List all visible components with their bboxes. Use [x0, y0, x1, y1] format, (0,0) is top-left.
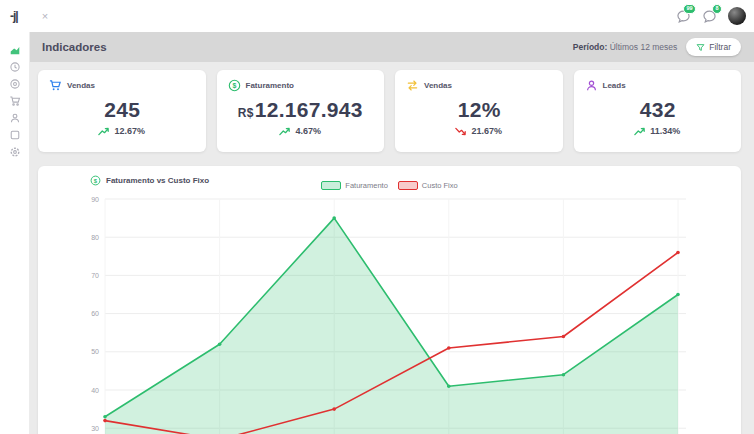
legend-label: Custo Fixo	[422, 181, 458, 190]
chart-svg: 90807060504030	[38, 166, 741, 434]
sidebar-item-box[interactable]	[7, 129, 23, 141]
topbar: -j| × 99 8	[0, 0, 754, 32]
kpi-value: R$12.167.943	[228, 98, 374, 121]
clock-icon	[9, 61, 21, 73]
funnel-icon	[696, 43, 705, 52]
topbar-actions: 99 8	[676, 7, 746, 25]
svg-text:60: 60	[91, 310, 99, 317]
period-label: Período: Últimos 12 meses	[573, 42, 677, 52]
trend-arrow-icon	[634, 127, 646, 136]
svg-text:40: 40	[91, 387, 99, 394]
cart-icon	[49, 79, 62, 92]
kpi-label: Leads	[603, 81, 626, 90]
conversion-arrows-icon	[406, 79, 419, 92]
kpi-value: 432	[585, 98, 731, 121]
kpi-value-number: 12%	[458, 98, 501, 121]
kpi-label: Vendas	[424, 81, 452, 90]
kpi-trend: 21.67%	[406, 126, 552, 136]
chat-badge: 99	[683, 4, 696, 15]
sidebar-item-cart[interactable]	[7, 95, 23, 107]
gear-icon	[9, 146, 21, 158]
app-logo[interactable]: -j|	[10, 9, 18, 23]
card-head: Leads	[585, 79, 731, 92]
kpi-value-prefix: R$	[238, 106, 254, 120]
card-head: Vendas	[406, 79, 552, 92]
trend-arrow-icon	[455, 127, 467, 136]
kpi-trend-value: 21.67%	[471, 126, 502, 136]
sidebar-item-target[interactable]	[7, 78, 23, 90]
svg-text:90: 90	[91, 196, 99, 203]
period-value: Últimos 12 meses	[610, 42, 678, 52]
kpi-trend: 4.67%	[228, 126, 374, 136]
card-head: Vendas	[49, 79, 195, 92]
kpi-value: 12%	[406, 98, 552, 121]
kpi-value: 245	[49, 98, 195, 121]
kpi-trend: 12.67%	[49, 126, 195, 136]
kpi-value-number: 12.167.943	[255, 98, 363, 121]
kpi-trend: 11.34%	[585, 126, 731, 136]
legend-swatch	[398, 181, 418, 190]
kpi-value-number: 245	[104, 98, 140, 121]
dollar-circle-icon: $	[228, 79, 241, 92]
trend-arrow-icon	[98, 127, 110, 136]
svg-text:$: $	[232, 82, 236, 90]
box-icon	[9, 129, 21, 141]
area-chart-icon	[9, 44, 21, 56]
cart-icon	[9, 95, 21, 107]
kpi-trend-value: 11.34%	[650, 126, 680, 136]
close-icon[interactable]: ×	[42, 11, 48, 22]
main-content: Indicadores Período: Últimos 12 meses Fi…	[30, 32, 754, 434]
kpi-card-leads: Leads 432 11.34%	[574, 70, 742, 152]
sidebar-item-clock[interactable]	[7, 61, 23, 73]
filter-button[interactable]: Filtrar	[686, 38, 741, 56]
period-key: Período:	[573, 42, 607, 52]
page-header: Indicadores Período: Últimos 12 meses Fi…	[30, 32, 754, 62]
user-icon	[9, 112, 21, 124]
target-icon	[9, 78, 21, 90]
legend-label: Faturamento	[345, 181, 388, 190]
kpi-card-conversao: Vendas 12% 21.67%	[395, 70, 563, 152]
svg-text:70: 70	[91, 272, 99, 279]
kpi-trend-value: 12.67%	[114, 126, 145, 136]
chat-messages-icon[interactable]: 99	[676, 9, 691, 24]
kpi-label: Faturamento	[246, 81, 294, 90]
legend-item-faturamento[interactable]: Faturamento	[321, 181, 388, 190]
sidebar-item-dashboard[interactable]	[7, 44, 23, 56]
svg-text:80: 80	[91, 234, 99, 241]
kpi-card-faturamento: $ Faturamento R$12.167.943 4.67%	[217, 70, 385, 152]
kpi-value-number: 432	[640, 98, 676, 121]
svg-text:50: 50	[91, 348, 99, 355]
kpi-label: Vendas	[67, 81, 95, 90]
user-icon	[585, 79, 598, 92]
legend-item-custo-fixo[interactable]: Custo Fixo	[398, 181, 458, 190]
page-header-actions: Período: Últimos 12 meses Filtrar	[573, 38, 741, 56]
svg-text:30: 30	[91, 425, 99, 432]
chart-card: $ Faturamento vs Custo Fixo Faturamento …	[38, 166, 741, 434]
sidebar	[0, 32, 30, 434]
legend-swatch	[321, 181, 341, 190]
chart-legend: Faturamento Custo Fixo	[38, 181, 741, 190]
trend-arrow-icon	[279, 127, 291, 136]
filter-button-label: Filtrar	[709, 42, 731, 52]
kpi-cards: Vendas 245 12.67% $ Faturamento R$12.167…	[38, 70, 741, 152]
notifications-icon[interactable]: 8	[702, 9, 717, 24]
avatar[interactable]	[728, 7, 746, 25]
card-head: $ Faturamento	[228, 79, 374, 92]
sidebar-item-user[interactable]	[7, 112, 23, 124]
kpi-card-vendas: Vendas 245 12.67%	[38, 70, 206, 152]
kpi-trend-value: 4.67%	[295, 126, 321, 136]
sidebar-item-settings[interactable]	[7, 146, 23, 158]
notifications-badge: 8	[712, 4, 722, 15]
page-title: Indicadores	[42, 41, 107, 53]
